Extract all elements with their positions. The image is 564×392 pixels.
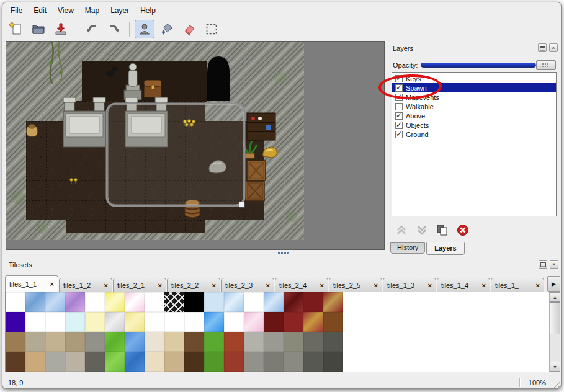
tab-close-icon[interactable]: ×: [50, 280, 54, 288]
redo-button[interactable]: [104, 20, 124, 38]
palette-tile[interactable]: [25, 352, 45, 372]
palette-tile[interactable]: [184, 352, 204, 372]
layer-checkbox[interactable]: ✓: [395, 131, 403, 138]
scrollbar-thumb[interactable]: [550, 302, 560, 334]
palette-tile[interactable]: [85, 332, 105, 352]
palette-tile[interactable]: [25, 312, 45, 332]
palette-tile[interactable]: [244, 352, 264, 372]
delete-layer-button[interactable]: [455, 224, 471, 236]
tileset-tab-tiles_2_2[interactable]: tiles_2_2×: [167, 278, 220, 292]
palette-tile[interactable]: [6, 352, 25, 372]
palette-tile[interactable]: [125, 332, 145, 352]
palette-tile[interactable]: [204, 292, 224, 312]
layer-row-objects[interactable]: ✓Objects: [392, 120, 556, 130]
palette-tile[interactable]: [323, 332, 343, 352]
tab-close-icon[interactable]: ×: [320, 282, 324, 289]
tab-close-icon[interactable]: ×: [158, 282, 162, 289]
tileset-tab-tiles_2_1[interactable]: tiles_2_1×: [113, 278, 166, 292]
menu-view[interactable]: View: [52, 4, 79, 17]
palette-tile[interactable]: [164, 312, 184, 332]
tab-scroll-right-button[interactable]: ▶: [547, 276, 560, 292]
layer-checkbox[interactable]: [395, 103, 403, 110]
tileset-tab-tiles_2_3[interactable]: tiles_2_3×: [221, 278, 274, 292]
layer-row-mapevents[interactable]: ✓Mapevents: [392, 92, 556, 102]
move-layer-up-button[interactable]: [393, 224, 410, 236]
palette-tile[interactable]: [204, 312, 224, 332]
tileset-tab-tiles_1_1[interactable]: tiles_1_1×: [5, 275, 58, 292]
palette-tile[interactable]: [303, 352, 323, 372]
palette-tile[interactable]: [145, 332, 164, 352]
palette-tile[interactable]: [284, 332, 303, 352]
new-file-button[interactable]: [6, 20, 26, 38]
tab-close-icon[interactable]: ×: [428, 282, 432, 289]
palette-tile[interactable]: [204, 332, 224, 352]
tab-close-icon[interactable]: ×: [104, 282, 108, 289]
palette-tile[interactable]: [45, 352, 65, 372]
palette-tile[interactable]: [303, 292, 323, 312]
palette-tile[interactable]: [184, 332, 204, 352]
palette-tile[interactable]: [244, 312, 264, 332]
palette-tile[interactable]: [125, 312, 145, 332]
duplicate-layer-button[interactable]: [434, 224, 450, 236]
fill-tool-button[interactable]: [157, 20, 177, 38]
tab-close-icon[interactable]: ×: [482, 282, 486, 289]
palette-tile[interactable]: [284, 292, 303, 312]
palette-tile[interactable]: [45, 292, 65, 312]
palette-tile[interactable]: [284, 352, 303, 372]
tab-close-icon[interactable]: ×: [374, 282, 378, 289]
eraser-tool-button[interactable]: [179, 20, 199, 38]
palette-tile[interactable]: [264, 292, 284, 312]
palette-tile[interactable]: [184, 292, 204, 312]
palette-tile[interactable]: [244, 332, 264, 352]
palette-tile[interactable]: [125, 352, 145, 372]
palette-tile[interactable]: [204, 352, 224, 372]
layer-checkbox[interactable]: ✓: [395, 75, 403, 82]
layer-row-ground[interactable]: ✓Ground: [392, 130, 556, 139]
palette-tile[interactable]: [284, 312, 303, 332]
palette-tile[interactable]: [303, 332, 323, 352]
palette-tile[interactable]: [224, 292, 244, 312]
close-dock-icon[interactable]: ×: [549, 43, 558, 52]
menu-layer[interactable]: Layer: [105, 4, 135, 17]
palette-tile[interactable]: [303, 312, 323, 332]
palette-tile[interactable]: [264, 332, 284, 352]
palette-tile[interactable]: [224, 352, 244, 372]
tab-close-icon[interactable]: ×: [536, 282, 540, 289]
palette-tile[interactable]: [264, 352, 284, 372]
tileset-tab-tiles_1_3[interactable]: tiles_1_3×: [383, 278, 436, 292]
palette-tile[interactable]: [6, 292, 25, 312]
tileset-tab-tiles_2_4[interactable]: tiles_2_4×: [275, 278, 328, 292]
tab-close-icon[interactable]: ×: [212, 282, 216, 289]
opacity-slider[interactable]: [421, 60, 556, 71]
place-entity-tool-button[interactable]: [135, 20, 154, 38]
palette-tile[interactable]: [145, 312, 164, 332]
palette-tile[interactable]: [25, 292, 45, 312]
move-layer-down-button[interactable]: [414, 224, 430, 236]
menu-file[interactable]: File: [5, 4, 28, 17]
palette-tile[interactable]: [105, 332, 125, 352]
palette-tile[interactable]: [85, 352, 105, 372]
palette-tile[interactable]: [105, 312, 125, 332]
palette-tile[interactable]: [323, 292, 343, 312]
palette-tile[interactable]: [65, 352, 85, 372]
layer-row-walkable[interactable]: Walkable: [392, 102, 556, 111]
opacity-slider-handle[interactable]: [536, 60, 556, 70]
palette-tile[interactable]: [145, 292, 164, 312]
layer-row-spawn[interactable]: ✓Spawn: [392, 83, 556, 92]
palette-tile[interactable]: [264, 312, 284, 332]
float-dock-icon[interactable]: [538, 43, 547, 52]
scroll-up-button[interactable]: ▲: [550, 292, 560, 302]
palette-tile[interactable]: [25, 332, 45, 352]
dock-tab-layers[interactable]: Layers: [426, 242, 464, 255]
layer-checkbox[interactable]: ✓: [395, 94, 403, 101]
palette-tile[interactable]: [105, 292, 125, 312]
palette-tile[interactable]: [6, 332, 25, 352]
undo-button[interactable]: [82, 20, 102, 38]
select-tool-button[interactable]: [202, 20, 222, 38]
palette-tile[interactable]: [105, 352, 125, 372]
scroll-down-button[interactable]: ▼: [550, 362, 560, 372]
palette-tile[interactable]: [45, 312, 65, 332]
palette-tile[interactable]: [85, 312, 105, 332]
layer-row-above[interactable]: ✓Above: [392, 111, 556, 120]
palette-tile[interactable]: [164, 352, 184, 372]
